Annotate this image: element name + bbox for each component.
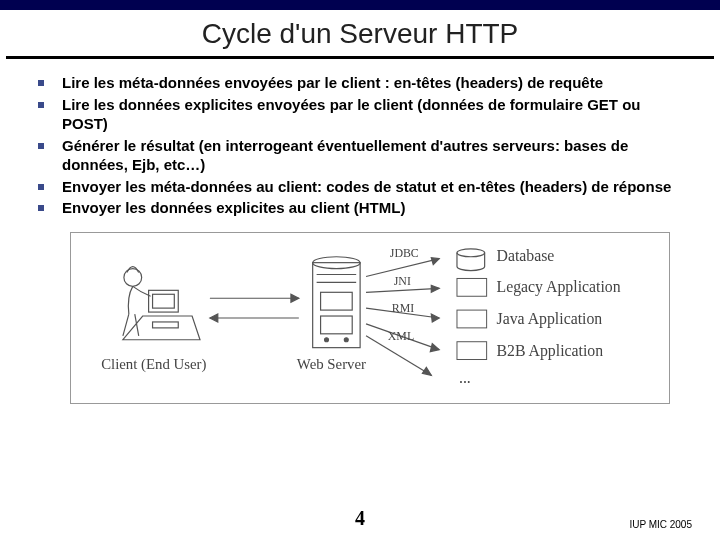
source-credit: IUP MIC 2005: [629, 519, 692, 530]
protocol-label: RMI: [392, 301, 414, 315]
bullet-text: Générer le résultat (en interrogeant éve…: [62, 136, 682, 175]
svg-rect-3: [153, 321, 179, 327]
svg-rect-29: [457, 341, 487, 359]
slide-title: Cycle d'un Serveur HTTP: [0, 10, 720, 56]
list-item: Lire les méta-données envoyées par le cl…: [38, 73, 682, 93]
bullet-icon: [38, 102, 44, 108]
protocol-label: JDBC: [390, 245, 419, 259]
target-label: Java Application: [497, 309, 603, 327]
server-label: Web Server: [297, 356, 366, 372]
target-label: ...: [459, 369, 471, 386]
svg-line-18: [366, 288, 439, 292]
list-item: Générer le résultat (en interrogeant éve…: [38, 136, 682, 175]
target-label: B2B Application: [497, 341, 604, 359]
svg-rect-28: [457, 310, 487, 328]
protocol-label: JNI: [394, 274, 411, 288]
svg-marker-5: [291, 294, 299, 302]
bullet-icon: [38, 80, 44, 86]
bullet-icon: [38, 205, 44, 211]
svg-rect-2: [153, 294, 175, 308]
svg-point-0: [124, 268, 142, 286]
bullet-text: Envoyer les données explicites au client…: [62, 198, 405, 218]
svg-marker-23: [430, 343, 439, 351]
client-label: Client (End User): [101, 356, 206, 373]
title-rule: [6, 56, 714, 59]
top-accent-bar: [0, 0, 720, 10]
target-label: Database: [497, 246, 555, 263]
target-label: Legacy Application: [497, 278, 621, 296]
svg-rect-27: [457, 278, 487, 296]
svg-rect-13: [321, 316, 353, 334]
architecture-diagram: Client (End User) Web Server: [70, 232, 670, 404]
list-item: Envoyer les données explicites au client…: [38, 198, 682, 218]
svg-rect-8: [313, 262, 360, 347]
list-item: Lire les données explicites envoyées par…: [38, 95, 682, 134]
bullet-icon: [38, 184, 44, 190]
svg-marker-17: [431, 257, 439, 264]
svg-point-26: [457, 248, 485, 256]
bullet-text: Lire les données explicites envoyées par…: [62, 95, 682, 134]
protocol-label: XML: [388, 328, 414, 342]
svg-point-15: [344, 337, 348, 341]
footer: IUP MIC 2005: [0, 519, 720, 530]
svg-rect-12: [321, 292, 353, 310]
svg-marker-7: [210, 314, 218, 322]
svg-marker-19: [431, 285, 439, 292]
bullet-list: Lire les méta-données envoyées par le cl…: [0, 73, 720, 218]
svg-marker-21: [431, 314, 439, 322]
svg-point-14: [325, 337, 329, 341]
list-item: Envoyer les méta-données au client: code…: [38, 177, 682, 197]
bullet-text: Lire les méta-données envoyées par le cl…: [62, 73, 603, 93]
svg-marker-25: [422, 367, 431, 375]
bullet-text: Envoyer les méta-données au client: code…: [62, 177, 671, 197]
bullet-icon: [38, 143, 44, 149]
